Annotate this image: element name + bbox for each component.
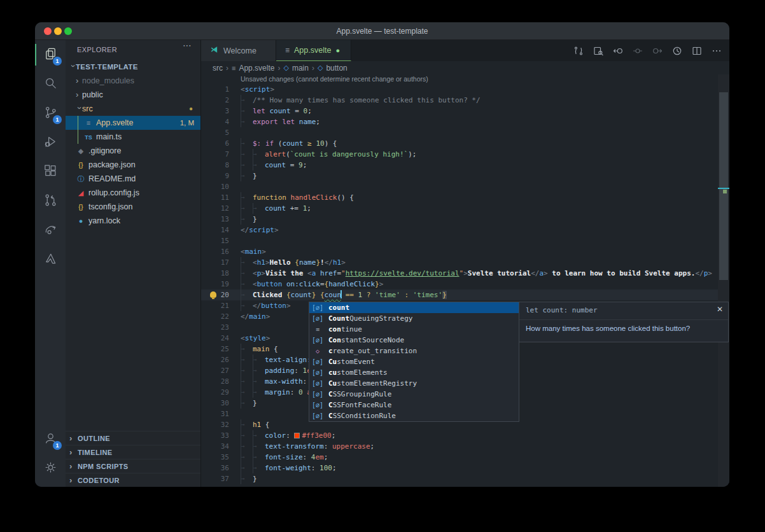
activity-settings[interactable]	[35, 454, 66, 483]
code-line-36[interactable]: 36→→font-weight: 100;	[201, 463, 718, 473]
section-timeline[interactable]: ›TIMELINE	[66, 445, 200, 459]
previous-change-icon[interactable]	[610, 43, 626, 59]
code-line-13[interactable]: 13→}	[201, 214, 718, 225]
explorer-sidebar: EXPLORER ⋯ ›TEST-TEMPLATE›node_modules›p…	[66, 40, 201, 487]
indent-guide: →	[253, 376, 265, 387]
code-token: style	[245, 334, 266, 342]
title-bar[interactable]: App.svelte — test-template	[35, 22, 729, 40]
code-line-16[interactable]: 16<main>	[201, 246, 718, 257]
tree-item-package-json[interactable]: {}package.json	[66, 158, 200, 172]
suggest-item-cssconditionrule[interactable]: [∅]CSSConditionRule	[309, 410, 519, 421]
tree-item-src[interactable]: ›src●	[66, 102, 200, 116]
suggest-item-countqueuingstrategy[interactable]: [∅]CountQueuingStrategy	[309, 313, 519, 324]
code-line-1[interactable]: 1<script>	[201, 84, 718, 95]
code-line-12[interactable]: 12→→count += 1;	[201, 203, 718, 214]
activity-accounts[interactable]: 1	[35, 424, 66, 454]
open-preview-icon[interactable]	[591, 43, 606, 59]
code-line-14[interactable]: 14</script>	[201, 225, 718, 235]
section-outline[interactable]: ›OUTLINE	[66, 431, 200, 445]
code-editor[interactable]: Unsaved changes (cannot determine recent…	[201, 74, 718, 487]
code-line-2[interactable]: 2→/** How many times has someone clicked…	[201, 95, 718, 106]
code-line-19[interactable]: 19→<button on:click={handleClick}>	[201, 279, 718, 290]
code-token: <	[253, 280, 257, 288]
tree-item-public[interactable]: ›public	[66, 88, 200, 102]
code-line-9[interactable]: 9→}	[201, 171, 718, 181]
scrollbar-thumb[interactable]	[719, 92, 728, 280]
activity-azure[interactable]	[35, 245, 66, 274]
section-npm-scripts[interactable]: ›NPM SCRIPTS	[66, 459, 200, 473]
history-icon[interactable]	[670, 43, 685, 59]
tree-item-app-svelte[interactable]: ≡App.svelte1, M	[66, 116, 200, 130]
activity-run-debug[interactable]	[35, 128, 66, 157]
code-line-18[interactable]: 18→<p>Visit the <a href="https://svelte.…	[201, 268, 718, 279]
suggest-item-cssfontfacerule[interactable]: [∅]CSSFontFaceRule	[309, 400, 519, 410]
tree-item-test-template[interactable]: ›TEST-TEMPLATE	[66, 60, 200, 74]
code-token: }	[375, 280, 379, 288]
tree-item--gitignore[interactable]: ◆.gitignore	[66, 144, 200, 158]
code-line-4[interactable]: 4→export let name;	[201, 116, 718, 127]
code-line-8[interactable]: 8→→count = 9;	[201, 160, 718, 171]
indent-guide: →	[253, 387, 265, 398]
code-token: >	[270, 85, 274, 94]
label-text: tinue	[341, 324, 362, 335]
activity-extensions[interactable]	[35, 157, 66, 186]
sidebar-more-actions[interactable]: ⋯	[183, 40, 192, 50]
code-line-6[interactable]: 6→$: if (count ≥ 10) {	[201, 138, 718, 149]
editor-scrollbar[interactable]	[718, 74, 729, 487]
code-line-35[interactable]: 35→→font-size: 4em;	[201, 452, 718, 463]
code-token: 'times'	[413, 291, 442, 299]
code-line-37[interactable]: 37→}	[201, 473, 718, 484]
code-token: >	[341, 258, 346, 267]
compare-changes-icon[interactable]	[571, 43, 586, 59]
suggest-item-customelements[interactable]: [∅]customElements	[309, 367, 519, 378]
suggest-item-continue[interactable]: ≡ continue	[309, 324, 519, 335]
tree-item-rollup-config-js[interactable]: ◢rollup.config.js	[66, 186, 200, 200]
code-line-17[interactable]: 17→<h1>Hello {name}!</h1>	[201, 257, 718, 268]
code-line-5[interactable]: 5	[201, 127, 718, 138]
tree-item-node-modules[interactable]: ›node_modules	[66, 74, 200, 88]
activity-github-pull-requests[interactable]	[35, 186, 66, 216]
code-line-10[interactable]: 10	[201, 181, 718, 192]
code-line-7[interactable]: 7→→alert(`count is dangerously high!`);	[201, 149, 718, 160]
activity-source-control[interactable]: 1	[35, 99, 66, 128]
tab-app-svelte[interactable]: ≡App.svelte●	[276, 40, 351, 61]
code-line-34[interactable]: 34→→text-transform: uppercase;	[201, 441, 718, 452]
code-token: 0	[298, 388, 303, 396]
close-icon[interactable]: ✕	[717, 305, 723, 314]
editor-toolbar	[571, 40, 724, 61]
next-change-icon[interactable]	[650, 43, 665, 59]
code-token: >	[708, 269, 712, 277]
breadcrumb-item-button[interactable]: button	[326, 64, 347, 73]
activity-live-share[interactable]	[35, 216, 66, 245]
suggest-item-customevent[interactable]: [∅]CustomEvent	[309, 356, 519, 367]
code-token: >	[544, 269, 548, 277]
activity-explorer[interactable]: 1	[35, 40, 66, 69]
tree-item-readme-md[interactable]: ⓘREADME.md	[66, 172, 200, 186]
code-line-15[interactable]: 15	[201, 235, 718, 246]
section-codetour[interactable]: ›CODETOUR	[66, 473, 200, 487]
lightbulb-icon[interactable]	[210, 291, 216, 298]
code-line-33[interactable]: 33→→color: #ff3e00;	[201, 430, 718, 441]
tree-item-yarn-lock[interactable]: ●yarn.lock	[66, 214, 200, 228]
tab-welcome[interactable]: Welcome	[201, 40, 276, 61]
suggest-item-cssgroupingrule[interactable]: [∅]CSSGroupingRule	[309, 389, 519, 400]
breadcrumb-item-main[interactable]: main	[292, 64, 309, 73]
code-line-11[interactable]: 11→function handleClick() {	[201, 192, 718, 203]
activity-search[interactable]	[35, 69, 66, 99]
split-editor-icon[interactable]	[689, 43, 705, 59]
tree-item-main-ts[interactable]: TSmain.ts	[66, 130, 200, 144]
code-line-3[interactable]: 3→let count = 0;	[201, 106, 718, 116]
breadcrumb-item-src[interactable]: src	[213, 64, 223, 73]
suggest-item-create_out_transition[interactable]: ◇ create_out_transition	[309, 346, 519, 356]
suggest-item-customelementregistry[interactable]: [∅]CustomElementRegistry	[309, 378, 519, 389]
chevron-right-icon: ›	[69, 431, 76, 445]
codelens-annotation[interactable]: Unsaved changes (cannot determine recent…	[201, 74, 718, 84]
suggest-item-constantsourcenode[interactable]: [∅]ConstantSourceNode	[309, 335, 519, 346]
more-icon[interactable]	[709, 43, 724, 59]
current-change-icon[interactable]	[630, 43, 645, 59]
breadcrumb-item-app-svelte[interactable]: App.svelte	[239, 64, 274, 73]
code-token: export let	[253, 118, 295, 126]
code-line-20[interactable]: 20→Clicked {count} {coun == 1 ? 'time' :…	[201, 290, 718, 300]
suggest-item-count[interactable]: [∅]count	[309, 302, 519, 313]
tree-item-tsconfig-json[interactable]: {}tsconfig.json	[66, 200, 200, 214]
